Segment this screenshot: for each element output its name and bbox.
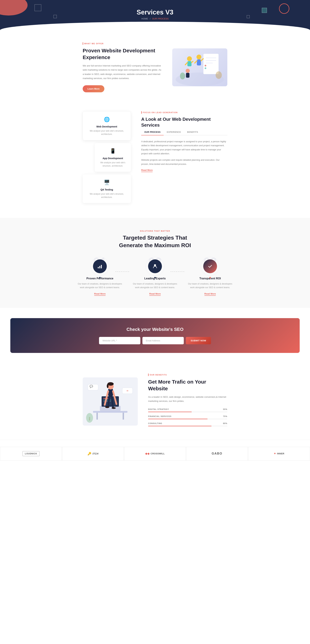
seo-title: Check your Website's SEO — [17, 327, 293, 332]
progress-item-digital: DIGITAL STRATEGY 55% — [148, 408, 227, 412]
offer-title: Proven Website Development Experience — [83, 47, 162, 61]
svg-point-43 — [112, 407, 116, 409]
strategy-desc-2: Our team of creatives, designers & devel… — [132, 282, 178, 290]
services-read-more[interactable]: Read More — [141, 169, 152, 172]
strategy-circle-2 — [148, 260, 162, 273]
services-inner: 🌐 Web Development We analyze your web si… — [83, 111, 227, 206]
progress-section: DIGITAL STRATEGY 55% FINANCIAL SERVICES … — [148, 408, 227, 426]
logo-crosswill-symbol: ◆◆ — [145, 452, 150, 455]
progress-header-financial: FINANCIAL SERVICES 75% — [148, 415, 227, 417]
app-dev-icon: 📱 — [109, 147, 116, 155]
offer-left: WHAT WE OFFER Proven Website Development… — [83, 42, 162, 92]
web-dev-title: Web Development — [96, 125, 117, 128]
seo-submit-button[interactable]: SUBMIT NOW — [186, 337, 211, 344]
header-wave — [0, 22, 310, 30]
section-what-we-offer: WHAT WE OFFER Proven Website Development… — [0, 30, 310, 103]
logo-inner[interactable]: ✦ INNER — [248, 447, 310, 460]
logo-loudnick[interactable]: LOUDNICK — [0, 447, 62, 460]
service-card-qa: 🖥️ QA Testing We analyze your web site's… — [83, 174, 131, 203]
strategy-item-3: 03 Transparent ROI Our team of creatives… — [188, 260, 232, 296]
strategy-readmore-1[interactable]: Read More — [94, 292, 106, 296]
tab-experience[interactable]: EXPERIENCE — [164, 129, 184, 136]
offer-illustration: ✓ ✓ — [172, 48, 227, 86]
qa-desc: We analyze your web site's structure, ar… — [86, 192, 128, 199]
benefits-illus-svg: 💬 ✉ — [83, 377, 138, 426]
app-dev-title: App Development — [102, 157, 123, 160]
strategy-item-2: 02 Leading Experts Our team of creatives… — [132, 260, 178, 296]
services-title: A Look at Our Web Development Services — [141, 116, 227, 128]
web-dev-desc: We analyze your web site's structure, ar… — [86, 129, 127, 136]
site-header: Services V3 HOME / OUR PROCESS — [0, 0, 310, 30]
svg-text:💬: 💬 — [90, 385, 93, 388]
learn-more-button[interactable]: Learn More — [83, 85, 104, 92]
progress-bg-financial — [148, 419, 227, 419]
svg-rect-44 — [88, 384, 98, 390]
offer-description: We are full-service Internet marketing a… — [83, 64, 162, 80]
seo-form: SUBMIT NOW — [17, 337, 293, 344]
offer-inner: WHAT WE OFFER Proven Website Development… — [83, 42, 227, 92]
progress-label-financial: FINANCIAL SERVICES — [148, 415, 172, 417]
header-deco-square-4 — [246, 15, 250, 18]
qa-icon: 🖥️ — [103, 178, 110, 186]
offer-illus-bg: ✓ ✓ — [172, 48, 227, 86]
benefits-desc: As a leader in SEO, web design, ecommerc… — [148, 395, 227, 404]
progress-value-consulting: 80% — [223, 422, 227, 424]
section-services: 🌐 Web Development We analyze your web si… — [0, 103, 310, 218]
tab-our-process[interactable]: OUR PROCESS — [141, 129, 164, 136]
services-cards: 🌐 Web Development We analyze your web si… — [83, 111, 131, 206]
progress-header-consulting: CONSULTING 80% — [148, 422, 227, 424]
strategy-readmore-2[interactable]: Read More — [149, 292, 161, 296]
svg-rect-25 — [93, 411, 128, 413]
svg-rect-12 — [197, 60, 201, 66]
svg-point-18 — [216, 71, 222, 79]
strategy-icon-wrap-2 — [132, 260, 178, 273]
strategy-desc-3: Our team of creatives, designers & devel… — [188, 282, 232, 290]
section-logos: LOUDNICK 🔑 ITCH ◆◆ CROSSWILL GABO ✦ INNE… — [0, 440, 310, 468]
svg-rect-49 — [89, 417, 90, 420]
progress-item-financial: FINANCIAL SERVICES 75% — [148, 415, 227, 419]
logo-itch-text: ITCH — [92, 452, 98, 455]
strategy-readmore-3[interactable]: Read More — [204, 292, 216, 296]
strategies-grid: 01 Proven Performance Our team of creati… — [67, 260, 243, 296]
svg-point-7 — [187, 56, 192, 61]
seo-url-input[interactable] — [99, 337, 140, 344]
strategy-icon-wrap-3 — [188, 260, 232, 273]
progress-header-digital: DIGITAL STRATEGY 55% — [148, 408, 227, 410]
header-deco-square-1 — [34, 4, 41, 11]
seo-email-input[interactable] — [142, 337, 184, 344]
breadcrumb-separator: / — [150, 18, 150, 20]
progress-bg-consulting — [148, 426, 227, 426]
services-detail: FOCUS ON LEAD GENERATION A Look at Our W… — [141, 111, 227, 172]
svg-line-41 — [112, 396, 113, 408]
progress-label-consulting: CONSULTING — [148, 422, 162, 424]
breadcrumb-home[interactable]: HOME — [142, 18, 148, 20]
logo-inner-text: INNER — [277, 452, 284, 455]
progress-bg-digital — [148, 412, 227, 412]
offer-tag: WHAT WE OFFER — [83, 42, 162, 45]
svg-point-15 — [186, 69, 190, 73]
logo-gabo[interactable]: GABO — [186, 447, 248, 460]
strategy-item-1: 01 Proven Performance Our team of creati… — [78, 260, 122, 296]
svg-text:✓: ✓ — [205, 68, 206, 69]
logo-crosswill[interactable]: ◆◆ CROSSWILL — [124, 447, 186, 460]
services-tag: FOCUS ON LEAD GENERATION — [141, 111, 227, 114]
progress-label-digital: DIGITAL STRATEGY — [148, 408, 169, 410]
strategy-icon-wrap-1 — [78, 260, 122, 273]
service-card-app: 📱 App Development We analyze your web si… — [95, 143, 131, 172]
svg-point-11 — [196, 54, 201, 60]
section-benefits: 💬 ✉ OUR BENEFITS Get More Trafic on Your… — [0, 363, 310, 440]
benefits-title: Get More Trafic on Your Website — [148, 378, 227, 392]
seo-section-wrap: Check your Website's SEO SUBMIT NOW — [0, 308, 310, 363]
svg-point-24 — [154, 264, 156, 266]
logos-grid: LOUDNICK 🔑 ITCH ◆◆ CROSSWILL GABO ✦ INNE… — [0, 447, 310, 460]
svg-line-13 — [195, 61, 197, 63]
svg-text:✉: ✉ — [126, 390, 128, 392]
section-seo: Check your Website's SEO SUBMIT NOW — [10, 318, 300, 353]
logo-itch[interactable]: 🔑 ITCH — [62, 447, 124, 460]
svg-rect-22 — [99, 266, 100, 268]
benefits-illustration: 💬 ✉ — [83, 377, 138, 426]
svg-rect-21 — [98, 267, 99, 268]
svg-point-42 — [105, 406, 109, 408]
strategy-desc-1: Our team of creatives, designers & devel… — [78, 282, 122, 290]
tab-benefits[interactable]: BENEFITS — [184, 129, 201, 136]
